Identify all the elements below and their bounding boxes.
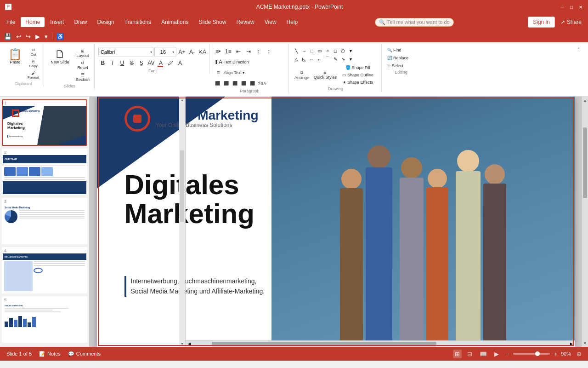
increase-indent-button[interactable]: ⇥ <box>244 47 253 56</box>
undo-button[interactable]: ↩ <box>15 32 23 41</box>
shape-parallelogram-icon[interactable]: ◻ <box>332 47 339 54</box>
cut-button[interactable]: ✂ Cut <box>26 47 41 58</box>
slide-thumb-5[interactable]: 5 ONLINE MARKETING <box>2 296 87 343</box>
italic-button[interactable]: I <box>108 58 117 68</box>
normal-view-button[interactable]: ⊞ <box>453 350 462 358</box>
menu-design[interactable]: Design <box>92 17 119 27</box>
new-slide-button[interactable]: 🗋 New Slide <box>48 47 72 66</box>
text-direction-button[interactable]: ⬆A <box>214 58 223 67</box>
shape-rect-icon[interactable]: □ <box>308 47 316 54</box>
menu-view[interactable]: View <box>260 17 281 27</box>
increase-font-button[interactable]: A+ <box>177 47 187 57</box>
highlight-button[interactable]: 🖊 <box>166 58 175 68</box>
align-more-button[interactable]: ⬛ <box>249 79 257 87</box>
shape-freeform-icon[interactable]: ✎ <box>332 55 339 63</box>
shape-rounded-rect-icon[interactable]: ▭ <box>316 47 323 54</box>
justify-button[interactable]: ⬛ <box>240 79 248 87</box>
font-name-selector[interactable]: ▾ <box>98 47 153 57</box>
layout-button[interactable]: ⊞ Layout <box>74 48 91 59</box>
menu-review[interactable]: Review <box>232 17 259 27</box>
signin-button[interactable]: Sign in <box>528 17 555 28</box>
hscroll-left-button[interactable]: ◀ <box>186 341 193 347</box>
slide-thumb-3[interactable]: 3 Social Media Marketing <box>2 198 87 244</box>
slide-sorter-button[interactable]: ⊟ <box>465 350 474 358</box>
shape-pentagon-icon[interactable]: ⬠ <box>339 47 347 54</box>
underline-button[interactable]: U <box>118 58 127 68</box>
shape-more-icon[interactable]: ▾ <box>347 47 355 54</box>
font-name-arrow[interactable]: ▾ <box>149 50 153 54</box>
format-painter-button[interactable]: 🖌 Format <box>26 70 41 80</box>
save-button[interactable]: 💾 <box>3 32 13 41</box>
ribbon-search[interactable]: 🔍 Tell me what you want to do <box>375 18 454 27</box>
slide-main-title[interactable]: Digitales Marketing <box>124 170 254 228</box>
hscroll-track[interactable] <box>193 341 568 347</box>
quick-styles-button[interactable]: ◈ Quick Styles <box>312 69 339 80</box>
align-left-button[interactable]: ⬛ <box>214 79 222 87</box>
char-spacing-button[interactable]: AV <box>147 58 156 68</box>
shape-curved-icon[interactable]: ⌒ <box>324 55 331 63</box>
shape-connector-icon[interactable]: ⌐ <box>316 55 323 63</box>
slide-thumb-4[interactable]: 4 INFLUENCER MARKETING <box>2 247 87 293</box>
menu-help[interactable]: Help <box>282 17 303 27</box>
decrease-indent-button[interactable]: ⇤ <box>234 47 243 56</box>
font-size-input[interactable] <box>155 49 171 55</box>
shape-right-triangle-icon[interactable]: ◺ <box>300 55 308 63</box>
close-button[interactable]: ✕ <box>577 3 584 11</box>
font-size-selector[interactable]: ▾ <box>154 47 176 57</box>
present-button[interactable]: ▶ <box>34 32 41 41</box>
slide-count-indicator[interactable]: Slide 1 of 5 <box>5 350 34 357</box>
shape-line-icon[interactable]: ╲ <box>293 47 300 54</box>
slide-thumb-1[interactable]: 1 ACME-Marketing DigitalesMarketing Inte… <box>2 99 87 146</box>
arrange-button[interactable]: ⧉ Arrange <box>293 69 311 81</box>
shadow-button[interactable]: S̤ <box>137 58 146 68</box>
hscroll-right-button[interactable]: ▶ <box>568 341 575 347</box>
minimize-button[interactable]: ─ <box>559 3 566 11</box>
fit-slide-button[interactable]: ⊕ <box>575 350 583 358</box>
copy-button[interactable]: ⎘ Copy <box>26 58 41 69</box>
numbering-button[interactable]: 1≡ <box>224 47 233 56</box>
shape-scribble-icon[interactable]: ∿ <box>339 55 347 63</box>
find-button[interactable]: 🔍 Find <box>385 47 417 53</box>
strikethrough-button[interactable]: S <box>127 58 136 68</box>
align-text-button[interactable]: ≡ <box>214 68 223 77</box>
menu-transitions[interactable]: Transitions <box>120 17 156 27</box>
align-right-button[interactable]: ⬛ <box>231 79 239 87</box>
slide-thumb-2[interactable]: 2 OUR TEAM <box>2 149 87 195</box>
shape-triangle-icon[interactable]: △ <box>293 55 300 63</box>
vertical-scrollbar[interactable]: ▲ ▼ <box>582 97 588 347</box>
slide-canvas[interactable]: ACME-Marketing Your Online Business Solu… <box>97 97 575 347</box>
vscroll-down-button[interactable]: ▼ <box>582 339 588 347</box>
zoom-out-button[interactable]: − <box>504 350 512 358</box>
qat-more-button[interactable]: ▾ <box>43 32 49 41</box>
slideshow-button[interactable]: ▶ <box>492 350 501 358</box>
decrease-font-button[interactable]: A- <box>187 47 197 57</box>
redo-button[interactable]: ↪ <box>24 32 32 41</box>
select-button[interactable]: ⊹ Select <box>385 63 417 69</box>
horizontal-scrollbar[interactable]: ◀ ▶ <box>186 340 575 347</box>
menu-insert[interactable]: Insert <box>45 17 68 27</box>
menu-slideshow[interactable]: Slide Show <box>194 17 231 27</box>
accessibility-button[interactable]: ♿ <box>55 32 65 41</box>
vscroll-up-button[interactable]: ▲ <box>582 97 588 104</box>
comments-button[interactable]: 💬 Comments <box>66 350 102 358</box>
shape-fill-button[interactable]: 🪣 Shape Fill <box>340 64 375 71</box>
shape-elbow-icon[interactable]: ⌐ <box>308 55 316 63</box>
shape-effects-button[interactable]: ✦ Shape Effects <box>340 79 375 86</box>
menu-animations[interactable]: Animations <box>157 17 193 27</box>
hscroll-thumb[interactable] <box>212 342 437 346</box>
bullets-button[interactable]: ≡• <box>214 47 223 56</box>
font-size-arrow[interactable]: ▾ <box>171 50 175 54</box>
paste-button[interactable]: 📋 Paste <box>6 47 25 66</box>
share-button[interactable]: ↗ Share <box>556 17 586 27</box>
zoom-slider[interactable] <box>513 353 550 355</box>
font-name-input[interactable] <box>99 49 149 55</box>
convert-smartart-button[interactable]: ⟳SA <box>257 79 266 88</box>
reset-button[interactable]: ↺ Reset <box>74 60 91 71</box>
collapse-ribbon-button[interactable]: ⌃ <box>572 46 585 52</box>
reading-view-button[interactable]: 📖 <box>478 350 489 358</box>
clear-format-button[interactable]: ✕A <box>198 47 207 57</box>
replace-button[interactable]: 🔄 Replace <box>385 55 417 61</box>
line-spacing-button[interactable]: ↕ <box>264 47 273 56</box>
font-color2-button[interactable]: A <box>175 58 185 68</box>
font-color-button[interactable]: A <box>156 58 165 68</box>
